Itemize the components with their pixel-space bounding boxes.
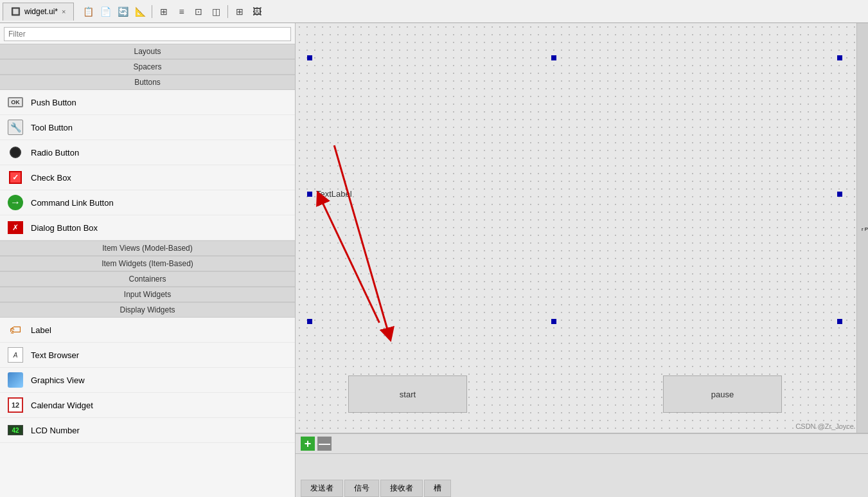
svg-line-2 bbox=[320, 197, 379, 323]
toolbar-layout2-icon[interactable]: ≡ bbox=[173, 4, 189, 19]
widget-label-pushbutton: Push Button bbox=[31, 98, 76, 107]
handle-mid-right bbox=[837, 319, 842, 324]
widget-item-toolbutton[interactable]: 🔧 Tool Button bbox=[0, 115, 295, 140]
toolbar-grid-icon[interactable]: 📐 bbox=[132, 4, 148, 19]
widget-item-textbrowser[interactable]: A Text Browser bbox=[0, 343, 295, 368]
handle-textlabel-right bbox=[837, 192, 842, 197]
right-edge-panel: P r bbox=[856, 23, 868, 433]
textbrowser-icon: A bbox=[6, 346, 24, 364]
widget-label-calendar: Calendar Widget bbox=[31, 401, 93, 410]
category-itemwidgets: Item Widgets (Item-Based) bbox=[0, 256, 295, 271]
widget-label-textbrowser: Text Browser bbox=[31, 350, 79, 360]
filter-input[interactable] bbox=[4, 27, 291, 41]
handle-top-center bbox=[551, 55, 556, 60]
widget-item-checkbox[interactable]: ✓ Check Box bbox=[0, 165, 295, 190]
widget-item-dialogbox[interactable]: ✗ Dialog Button Box bbox=[0, 215, 295, 240]
calendar-icon: 12 bbox=[6, 396, 24, 414]
widget-label-graphicsview: Graphics View bbox=[31, 375, 85, 385]
canvas-wrapper: TextLabel start pause bbox=[296, 23, 868, 433]
svg-line-3 bbox=[334, 145, 389, 335]
bottom-tabs: 发送者 信号 接收者 槽 bbox=[296, 454, 868, 497]
tab-icon: 🔲 bbox=[11, 7, 21, 16]
main-toolbar: 🔲 widget.ui* × 📋 📄 🔄 📐 ⊞ ≡ ⊡ ◫ ⊞ 🖼 bbox=[0, 0, 868, 23]
widget-item-lcdnumber[interactable]: 42 LCD Number bbox=[0, 418, 295, 443]
graphicsview-icon bbox=[6, 371, 24, 389]
category-inputwidgets: Input Widgets bbox=[0, 287, 295, 302]
widget-item-label[interactable]: 🏷 Label bbox=[0, 318, 295, 343]
canvas-area: TextLabel start pause bbox=[296, 23, 868, 497]
design-canvas[interactable]: TextLabel start pause bbox=[296, 23, 856, 433]
toolbar-new-icon[interactable]: 📄 bbox=[98, 4, 113, 19]
toolbar-separator-1 bbox=[152, 5, 152, 18]
widget-label-toolbutton: Tool Button bbox=[31, 123, 73, 132]
widget-label-lcdnumber: LCD Number bbox=[31, 426, 80, 435]
toolbar-layout3-icon[interactable]: ⊡ bbox=[191, 4, 206, 19]
cmdlink-icon: → bbox=[6, 194, 24, 212]
canvas-start-button[interactable]: start bbox=[348, 375, 467, 413]
category-layouts: Layouts bbox=[0, 44, 295, 59]
category-displaywidgets: Display Widgets bbox=[0, 302, 295, 318]
widget-sidebar: Layouts Spacers Buttons OK Push Button 🔧 bbox=[0, 23, 296, 497]
widget-label-checkbox: Check Box bbox=[31, 173, 71, 183]
arrows-overlay bbox=[296, 23, 856, 433]
toolbutton-icon: 🔧 bbox=[6, 118, 24, 136]
tab-close-button[interactable]: × bbox=[62, 8, 66, 15]
widget-item-graphicsview[interactable]: Graphics View bbox=[0, 368, 295, 393]
toolbar-image-icon[interactable]: 🖼 bbox=[249, 4, 265, 19]
tab-widget-ui[interactable]: 🔲 widget.ui* × bbox=[3, 3, 74, 21]
lcdnumber-icon: 42 bbox=[6, 421, 24, 439]
canvas-textlabel[interactable]: TextLabel bbox=[316, 189, 352, 199]
radiobutton-icon bbox=[6, 143, 24, 161]
handle-top-left bbox=[307, 55, 312, 60]
category-containers: Containers bbox=[0, 271, 295, 287]
toolbar-separator-2 bbox=[227, 5, 228, 18]
bottom-panel: + — 发送者 信号 接收者 槽 bbox=[296, 433, 868, 497]
widget-label-label: Label bbox=[31, 325, 51, 335]
widget-item-calendar[interactable]: 12 Calendar Widget bbox=[0, 393, 295, 418]
watermark: CSDN @Zr_Joyce bbox=[795, 422, 854, 430]
widget-label-cmdlink: Command Link Button bbox=[31, 198, 114, 208]
tab-slot[interactable]: 槽 bbox=[424, 480, 451, 497]
handle-mid-center bbox=[551, 319, 556, 324]
toolbar-copy-icon[interactable]: 📋 bbox=[80, 4, 96, 19]
label-icon: 🏷 bbox=[6, 321, 24, 339]
toolbar-layout4-icon[interactable]: ◫ bbox=[208, 4, 224, 19]
widget-item-radiobutton[interactable]: Radio Button bbox=[0, 140, 295, 165]
handle-top-right bbox=[837, 55, 842, 60]
main-area: Layouts Spacers Buttons OK Push Button 🔧 bbox=[0, 23, 868, 497]
canvas-pause-button[interactable]: pause bbox=[663, 375, 782, 413]
add-connection-button[interactable]: + bbox=[301, 437, 315, 451]
remove-connection-button[interactable]: — bbox=[317, 437, 332, 451]
toolbar-grid2-icon[interactable]: ⊞ bbox=[232, 4, 247, 19]
widget-label-dialogbox: Dialog Button Box bbox=[31, 223, 98, 233]
widget-label-radiobutton: Radio Button bbox=[31, 148, 79, 158]
category-spacers: Spacers bbox=[0, 59, 295, 75]
widget-item-pushbutton[interactable]: OK Push Button bbox=[0, 90, 295, 115]
widget-item-cmdlink[interactable]: → Command Link Button bbox=[0, 190, 295, 215]
handle-textlabel-left bbox=[307, 192, 312, 197]
toolbar-layout1-icon[interactable]: ⊞ bbox=[156, 4, 172, 19]
toolbar-icons-group: 📋 📄 🔄 📐 ⊞ ≡ ⊡ ◫ ⊞ 🖼 bbox=[80, 4, 265, 19]
pushbutton-icon: OK bbox=[6, 93, 24, 111]
dialogbox-icon: ✗ bbox=[6, 219, 24, 237]
category-buttons: Buttons bbox=[0, 75, 295, 90]
tab-receiver[interactable]: 接收者 bbox=[380, 480, 423, 497]
tab-signal[interactable]: 信号 bbox=[344, 480, 379, 497]
tab-label: widget.ui* bbox=[24, 7, 58, 16]
toolbar-rotate-icon[interactable]: 🔄 bbox=[115, 4, 130, 19]
checkbox-icon: ✓ bbox=[6, 168, 24, 186]
handle-mid-left bbox=[307, 319, 312, 324]
widget-list: Layouts Spacers Buttons OK Push Button 🔧 bbox=[0, 44, 295, 497]
category-itemviews: Item Views (Model-Based) bbox=[0, 240, 295, 256]
bottom-toolbar: + — bbox=[296, 434, 868, 454]
tab-sender[interactable]: 发送者 bbox=[301, 480, 343, 497]
